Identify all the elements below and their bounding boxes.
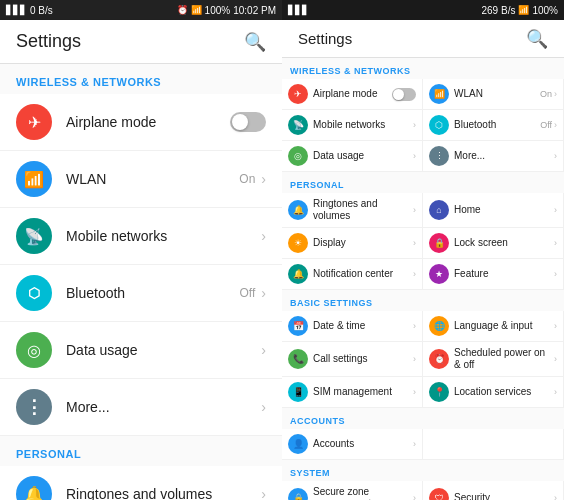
r-header-basic: BASIC SETTINGS xyxy=(282,290,564,311)
wlan-icon: 📶 xyxy=(16,161,52,197)
r-placeholder-item xyxy=(423,429,564,460)
system-grid: 🔒 Secure zone management › 🛡 Security › … xyxy=(282,481,564,500)
r-call-label: Call settings xyxy=(313,353,411,365)
left-settings-list: WIRELESS & NETWORKS ✈ Airplane mode 📶 WL… xyxy=(0,64,282,500)
r-call-icon: 📞 xyxy=(288,349,308,369)
r-display-label: Display xyxy=(313,237,411,249)
r-accounts-item[interactable]: 👤 Accounts › xyxy=(282,429,423,460)
personal-grid: 🔔 Ringtones and volumes › ⌂ Home › ☀ Dis… xyxy=(282,193,564,290)
r-data-icon: ◎ xyxy=(288,146,308,166)
r-notification-icon: 🔔 xyxy=(288,264,308,284)
setting-bluetooth[interactable]: ⬡ Bluetooth Off › xyxy=(0,265,282,322)
wlan-value: On xyxy=(239,172,255,186)
r-notification-item[interactable]: 🔔 Notification center › xyxy=(282,259,423,290)
r-search-icon[interactable]: 🔍 xyxy=(526,28,548,50)
more-icon: ⋮ xyxy=(16,389,52,425)
r-app-title: Settings xyxy=(298,30,352,47)
r-secure-label: Secure zone management xyxy=(313,486,411,500)
r-secure-icon: 🔒 xyxy=(288,488,308,500)
search-icon[interactable]: 🔍 xyxy=(244,31,266,53)
r-bluetooth-item[interactable]: ⬡ Bluetooth Off › xyxy=(423,110,564,141)
r-lock-item[interactable]: 🔒 Lock screen › xyxy=(423,228,564,259)
r-ringtones-label: Ringtones and volumes xyxy=(313,198,411,222)
r-bluetooth-value: Off xyxy=(540,120,552,130)
r-datetime-label: Date & time xyxy=(313,320,411,332)
r-display-item[interactable]: ☀ Display › xyxy=(282,228,423,259)
setting-airplane-mode[interactable]: ✈ Airplane mode xyxy=(0,94,282,151)
r-lock-icon: 🔒 xyxy=(429,233,449,253)
data-speed: 0 B/s xyxy=(30,5,53,16)
r-more-label: More... xyxy=(454,150,552,162)
right-status-bar: ▋▋▋ 269 B/s 📶 100% xyxy=(282,0,564,20)
accounts-grid: 👤 Accounts › xyxy=(282,429,564,460)
r-header-wireless: WIRELESS & NETWORKS xyxy=(282,58,564,79)
r-wifi-icon: 📶 xyxy=(518,5,529,15)
setting-ringtones[interactable]: 🔔 Ringtones and volumes › xyxy=(0,466,282,500)
basic-grid: 📅 Date & time › 🌐 Language & input › 📞 C… xyxy=(282,311,564,408)
r-airplane-item[interactable]: ✈ Airplane mode xyxy=(282,79,423,110)
r-security-icon: 🛡 xyxy=(429,488,449,500)
r-mobile-item[interactable]: 📡 Mobile networks › xyxy=(282,110,423,141)
ringtones-chevron: › xyxy=(261,486,266,500)
r-language-label: Language & input xyxy=(454,320,552,332)
setting-mobile-networks[interactable]: 📡 Mobile networks › xyxy=(0,208,282,265)
r-mobile-label: Mobile networks xyxy=(313,119,411,131)
r-secure-item[interactable]: 🔒 Secure zone management › xyxy=(282,481,423,500)
r-sim-label: SIM management xyxy=(313,386,411,398)
r-wlan-value: On xyxy=(540,89,552,99)
r-ringtones-item[interactable]: 🔔 Ringtones and volumes › xyxy=(282,193,423,228)
more-chevron: › xyxy=(261,399,266,415)
mobile-label: Mobile networks xyxy=(66,228,261,244)
airplane-toggle[interactable] xyxy=(230,112,266,132)
r-airplane-toggle[interactable] xyxy=(392,88,416,101)
r-feature-item[interactable]: ★ Feature › xyxy=(423,259,564,290)
bluetooth-chevron: › xyxy=(261,285,266,301)
r-lock-label: Lock screen xyxy=(454,237,552,249)
airplane-toggle-knob xyxy=(232,114,248,130)
r-home-item[interactable]: ⌂ Home › xyxy=(423,193,564,228)
r-signal-icon: ▋▋▋ xyxy=(288,5,309,15)
r-header-system: SYSTEM xyxy=(282,460,564,481)
r-data-label: Data usage xyxy=(313,150,411,162)
wifi-icon: 📶 xyxy=(191,5,202,15)
bluetooth-icon: ⬡ xyxy=(16,275,52,311)
setting-wlan[interactable]: 📶 WLAN On › xyxy=(0,151,282,208)
r-header-accounts: ACCOUNTS xyxy=(282,408,564,429)
right-status-right: 269 B/s 📶 100% xyxy=(482,5,559,16)
r-scheduled-label: Scheduled power on & off xyxy=(454,347,552,371)
bluetooth-value: Off xyxy=(240,286,256,300)
r-scheduled-item[interactable]: ⏰ Scheduled power on & off › xyxy=(423,342,564,377)
r-sim-icon: 📱 xyxy=(288,382,308,402)
data-usage-chevron: › xyxy=(261,342,266,358)
r-call-item[interactable]: 📞 Call settings › xyxy=(282,342,423,377)
r-wlan-item[interactable]: 📶 WLAN On › xyxy=(423,79,564,110)
r-header-personal: PERSONAL xyxy=(282,172,564,193)
r-more-item[interactable]: ⋮ More... › xyxy=(423,141,564,172)
r-language-item[interactable]: 🌐 Language & input › xyxy=(423,311,564,342)
r-datetime-icon: 📅 xyxy=(288,316,308,336)
wlan-chevron: › xyxy=(261,171,266,187)
r-bluetooth-label: Bluetooth xyxy=(454,119,540,131)
r-location-label: Location services xyxy=(454,386,552,398)
alarm-icon: ⏰ xyxy=(177,5,188,15)
r-feature-icon: ★ xyxy=(429,264,449,284)
r-datetime-item[interactable]: 📅 Date & time › xyxy=(282,311,423,342)
left-status-right: ⏰ 📶 100% 10:02 PM xyxy=(177,5,276,16)
r-data-item[interactable]: ◎ Data usage › xyxy=(282,141,423,172)
r-home-label: Home xyxy=(454,204,552,216)
r-security-item[interactable]: 🛡 Security › xyxy=(423,481,564,500)
r-home-icon: ⌂ xyxy=(429,200,449,220)
r-airplane-icon: ✈ xyxy=(288,84,308,104)
r-speed: 269 B/s xyxy=(482,5,516,16)
r-ringtones-icon: 🔔 xyxy=(288,200,308,220)
ringtones-icon: 🔔 xyxy=(16,476,52,500)
setting-more[interactable]: ⋮ More... › xyxy=(0,379,282,436)
left-toolbar: Settings 🔍 xyxy=(0,20,282,64)
r-accounts-label: Accounts xyxy=(313,438,411,450)
r-sim-item[interactable]: 📱 SIM management › xyxy=(282,377,423,408)
right-status-icons: ▋▋▋ xyxy=(288,5,309,15)
setting-data-usage[interactable]: ◎ Data usage › xyxy=(0,322,282,379)
right-toolbar: Settings 🔍 xyxy=(282,20,564,58)
airplane-icon: ✈ xyxy=(16,104,52,140)
r-location-item[interactable]: 📍 Location services › xyxy=(423,377,564,408)
